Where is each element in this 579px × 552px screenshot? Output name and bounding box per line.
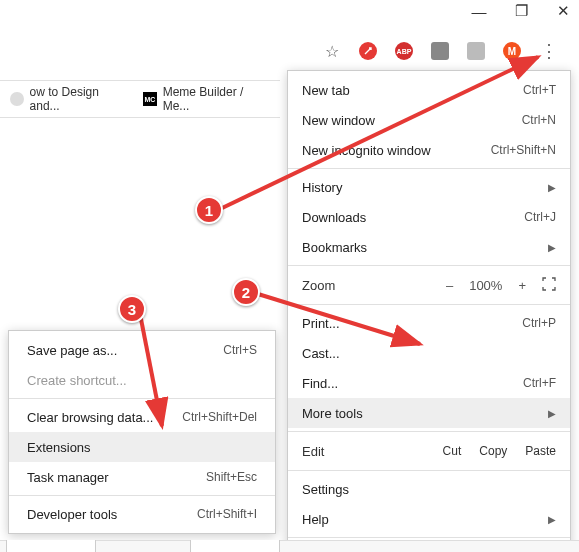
fullscreen-icon[interactable] bbox=[542, 277, 556, 294]
menu-item-downloads[interactable]: Downloads Ctrl+J bbox=[288, 202, 570, 232]
favicon-icon: MC bbox=[143, 92, 157, 106]
menu-item-cast[interactable]: Cast... bbox=[288, 338, 570, 368]
submenu-item-task-manager[interactable]: Task manager Shift+Esc bbox=[9, 462, 275, 492]
menu-separator bbox=[288, 168, 570, 169]
menu-label: Edit bbox=[302, 444, 324, 459]
menu-item-print[interactable]: Print... Ctrl+P bbox=[288, 308, 570, 338]
menu-item-find[interactable]: Find... Ctrl+F bbox=[288, 368, 570, 398]
menu-shortcut: Ctrl+F bbox=[523, 376, 556, 390]
menu-item-edit: Edit Cut Copy Paste bbox=[288, 435, 570, 467]
bookmark-label: ow to Design and... bbox=[30, 85, 130, 113]
menu-separator bbox=[288, 431, 570, 432]
menu-separator bbox=[288, 537, 570, 538]
menu-label: Developer tools bbox=[27, 507, 117, 522]
menu-label: New tab bbox=[302, 83, 350, 98]
menu-label: Clear browsing data... bbox=[27, 410, 153, 425]
submenu-item-extensions[interactable]: Extensions bbox=[9, 432, 275, 462]
menu-shortcut: Ctrl+Shift+Del bbox=[182, 410, 257, 424]
menu-label: Cast... bbox=[302, 346, 340, 361]
menu-label: Zoom bbox=[302, 278, 335, 293]
menu-shortcut: Ctrl+N bbox=[522, 113, 556, 127]
menu-item-new-tab[interactable]: New tab Ctrl+T bbox=[288, 75, 570, 105]
menu-label: Find... bbox=[302, 376, 338, 391]
menu-item-history[interactable]: History ▶ bbox=[288, 172, 570, 202]
menu-item-more-tools[interactable]: More tools ▶ bbox=[288, 398, 570, 428]
submenu-item-save-page[interactable]: Save page as... Ctrl+S bbox=[9, 335, 275, 365]
chevron-right-icon: ▶ bbox=[548, 182, 556, 193]
menu-item-settings[interactable]: Settings bbox=[288, 474, 570, 504]
chevron-right-icon: ▶ bbox=[548, 408, 556, 419]
menu-shortcut: Ctrl+J bbox=[524, 210, 556, 224]
taskbar-segment bbox=[6, 540, 96, 552]
submenu-item-create-shortcut: Create shortcut... bbox=[9, 365, 275, 395]
menu-shortcut: Ctrl+T bbox=[523, 83, 556, 97]
zoom-out-button[interactable]: – bbox=[446, 278, 453, 293]
cut-button[interactable]: Cut bbox=[443, 444, 462, 458]
submenu-item-dev-tools[interactable]: Developer tools Ctrl+Shift+I bbox=[9, 499, 275, 529]
menu-label: Downloads bbox=[302, 210, 366, 225]
bookmarks-bar: ow to Design and... MC Meme Builder / Me… bbox=[0, 80, 280, 118]
menu-label: More tools bbox=[302, 406, 363, 421]
menu-shortcut: Ctrl+Shift+I bbox=[197, 507, 257, 521]
menu-label: Save page as... bbox=[27, 343, 117, 358]
menu-label: Bookmarks bbox=[302, 240, 367, 255]
extension-icon-abp[interactable]: ABP bbox=[395, 42, 413, 60]
paste-button[interactable]: Paste bbox=[525, 444, 556, 458]
taskbar-segment bbox=[190, 540, 280, 552]
extension-icon-1[interactable] bbox=[359, 42, 377, 60]
menu-shortcut: Ctrl+P bbox=[522, 316, 556, 330]
menu-kebab-icon[interactable]: ⋮ bbox=[539, 40, 559, 62]
chevron-right-icon: ▶ bbox=[548, 242, 556, 253]
chevron-right-icon: ▶ bbox=[548, 514, 556, 525]
menu-separator bbox=[9, 398, 275, 399]
menu-label: Task manager bbox=[27, 470, 109, 485]
menu-shortcut: Ctrl+Shift+N bbox=[491, 143, 556, 157]
menu-label: New incognito window bbox=[302, 143, 431, 158]
close-button[interactable]: ✕ bbox=[553, 2, 573, 20]
chrome-main-menu: New tab Ctrl+T New window Ctrl+N New inc… bbox=[287, 70, 571, 552]
bookmark-item-2[interactable]: MC Meme Builder / Me... bbox=[143, 85, 270, 113]
browser-toolbar: ☆ ABP M ⋮ bbox=[323, 40, 559, 62]
menu-separator bbox=[288, 470, 570, 471]
menu-item-zoom: Zoom – 100% + bbox=[288, 269, 570, 301]
annotation-badge-2: 2 bbox=[232, 278, 260, 306]
bookmark-star-icon[interactable]: ☆ bbox=[323, 42, 341, 60]
menu-separator bbox=[288, 304, 570, 305]
menu-label: Settings bbox=[302, 482, 349, 497]
menu-label: Create shortcut... bbox=[27, 373, 127, 388]
menu-label: Extensions bbox=[27, 440, 91, 455]
annotation-badge-1: 1 bbox=[195, 196, 223, 224]
window-controls: — ❐ ✕ bbox=[469, 2, 573, 20]
minimize-button[interactable]: — bbox=[469, 3, 489, 20]
menu-label: History bbox=[302, 180, 342, 195]
menu-item-new-window[interactable]: New window Ctrl+N bbox=[288, 105, 570, 135]
zoom-in-button[interactable]: + bbox=[518, 278, 526, 293]
menu-shortcut: Ctrl+S bbox=[223, 343, 257, 357]
favicon-icon bbox=[10, 92, 24, 106]
menu-item-bookmarks[interactable]: Bookmarks ▶ bbox=[288, 232, 570, 262]
annotation-badge-3: 3 bbox=[118, 295, 146, 323]
menu-label: New window bbox=[302, 113, 375, 128]
menu-label: Help bbox=[302, 512, 329, 527]
maximize-button[interactable]: ❐ bbox=[511, 2, 531, 20]
bookmark-item-1[interactable]: ow to Design and... bbox=[10, 85, 129, 113]
menu-separator bbox=[9, 495, 275, 496]
menu-label: Print... bbox=[302, 316, 340, 331]
menu-shortcut: Shift+Esc bbox=[206, 470, 257, 484]
extension-icon-4[interactable] bbox=[467, 42, 485, 60]
menu-item-help[interactable]: Help ▶ bbox=[288, 504, 570, 534]
zoom-value: 100% bbox=[469, 278, 502, 293]
submenu-item-clear-data[interactable]: Clear browsing data... Ctrl+Shift+Del bbox=[9, 402, 275, 432]
profile-avatar[interactable]: M bbox=[503, 42, 521, 60]
menu-separator bbox=[288, 265, 570, 266]
menu-item-incognito[interactable]: New incognito window Ctrl+Shift+N bbox=[288, 135, 570, 165]
more-tools-submenu: Save page as... Ctrl+S Create shortcut..… bbox=[8, 330, 276, 534]
bookmark-label: Meme Builder / Me... bbox=[163, 85, 270, 113]
copy-button[interactable]: Copy bbox=[479, 444, 507, 458]
extension-icon-3[interactable] bbox=[431, 42, 449, 60]
